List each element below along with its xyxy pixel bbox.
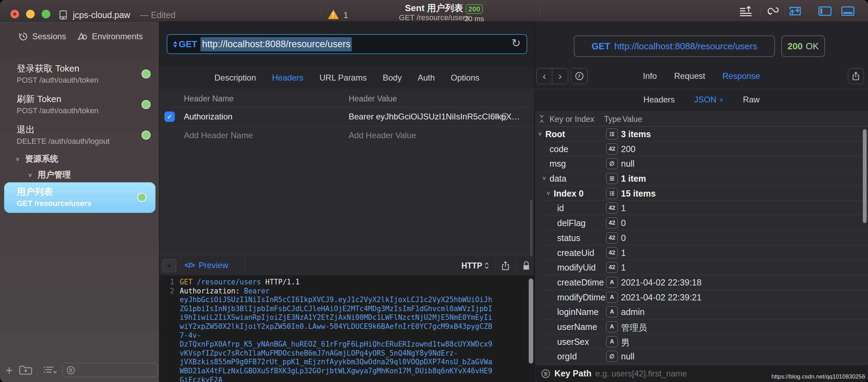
keypath-input[interactable]: Key Path e.g. users[42].first_name https… xyxy=(536,365,867,382)
tree-key: orgId xyxy=(557,351,577,362)
chevron-down-icon: ∨ xyxy=(719,97,723,103)
group-resource-system[interactable]: ∨ 资源系统 xyxy=(15,151,58,167)
header-name-cell[interactable]: Authorization xyxy=(184,112,232,122)
list-item-refresh-token[interactable]: 刷新 Token POST /auth/oauth/token xyxy=(0,90,160,120)
tab-auth[interactable]: Auth xyxy=(418,73,435,83)
tab-environments[interactable]: Environments xyxy=(77,31,143,42)
type-number-icon: 42 xyxy=(606,202,618,214)
headers-scrollbar[interactable] xyxy=(530,200,533,259)
response-url-button[interactable]: GET http://localhost:8088/resource/users xyxy=(574,35,775,57)
method-dropdown[interactable]: GET xyxy=(173,39,197,50)
token-line: vKVspfIZpvc7sRchIlaMuFMDOcsheB6mJ7nAGmjL… xyxy=(180,349,458,357)
tree-scrollbar[interactable] xyxy=(863,129,867,223)
lock-icon[interactable] xyxy=(522,260,531,271)
share-icon[interactable] xyxy=(501,260,510,271)
request-title: 退出 xyxy=(17,124,35,136)
tree-row-usersex[interactable]: userSex A 男 xyxy=(535,334,868,349)
tree-row-orgid[interactable]: orgId ∅ null xyxy=(535,349,868,364)
tree-row-status[interactable]: status 42 0 xyxy=(535,231,868,246)
add-icon[interactable]: + xyxy=(6,363,13,378)
chevron-down-icon[interactable]: ∨ xyxy=(28,171,33,178)
chevron-down-icon[interactable]: ∨ xyxy=(538,131,542,137)
table-row-authorization[interactable]: ✓ Authorization Bearer eyJhbGciOiJSUzI1N… xyxy=(160,107,534,126)
tree-value: null xyxy=(621,159,635,169)
table-row-add-header[interactable]: Add Header Name Add Header Value xyxy=(160,126,534,145)
tab-response[interactable]: Response xyxy=(723,71,760,81)
type-string-icon: A xyxy=(606,277,618,288)
toolbar-divider xyxy=(37,364,38,376)
disclosure-icon[interactable]: ▼ xyxy=(162,259,176,272)
tree-row-createuid[interactable]: createUid 42 1 xyxy=(535,246,868,260)
subtab-headers[interactable]: Headers xyxy=(643,95,675,105)
tree-key: Root xyxy=(545,129,565,139)
tab-description[interactable]: Description xyxy=(214,73,256,83)
tree-key: loginName xyxy=(557,307,599,317)
code-scrollbar[interactable] xyxy=(529,279,533,364)
format-dropdown[interactable]: HTTP xyxy=(461,261,489,271)
tree-row-id[interactable]: id 42 1 xyxy=(535,201,868,216)
filter-input[interactable] xyxy=(62,363,158,377)
token-line: ZG1pbiIsInNjb3BlIjpbImFsbCJdLCJleHAiOjE2… xyxy=(180,305,492,313)
header-enabled-checkbox[interactable]: ✓ xyxy=(164,111,175,122)
tab-preview[interactable]: </> Preview xyxy=(185,260,228,270)
zoom-window-button[interactable] xyxy=(42,10,50,18)
tree-row-loginname[interactable]: loginName A admin xyxy=(535,305,868,319)
add-header-name-placeholder[interactable]: Add Header Name xyxy=(184,131,253,140)
subtab-json[interactable]: JSON ∨ xyxy=(694,95,723,105)
titlebar-separator xyxy=(785,6,785,17)
panel-left-icon[interactable] xyxy=(818,6,832,17)
chevron-down-icon[interactable]: ∨ xyxy=(546,190,551,196)
tree-key: modifyDtime xyxy=(557,292,605,302)
refresh-icon[interactable]: ↻ xyxy=(511,36,521,50)
tab-request[interactable]: Request xyxy=(674,71,705,81)
list-options-icon[interactable] xyxy=(42,365,58,376)
sync-icon[interactable] xyxy=(766,6,780,17)
preview-toolbar: ▼ </> Preview HTTP xyxy=(160,256,534,276)
status-dot-green xyxy=(137,193,146,202)
request-tabs: Description Headers URL Params Body Auth… xyxy=(160,67,534,89)
chevron-down-icon[interactable]: ∨ xyxy=(15,155,20,162)
token-line: 7-4v- xyxy=(180,331,201,340)
url-input[interactable]: GET http://localhost:8088/resource/users… xyxy=(167,34,527,54)
tree-row-root[interactable]: ∨ Root 3 items xyxy=(535,127,868,142)
tree-row-username[interactable]: userName A 管理员 xyxy=(535,319,868,334)
tree-row-index-0[interactable]: ∨ Index 0 15 items xyxy=(535,186,868,201)
response-subtabs: Headers JSON ∨ Raw xyxy=(535,91,868,108)
list-item-logout[interactable]: 退出 DELETE /auth/oauth/logout xyxy=(0,120,160,151)
panel-bottom-icon[interactable] xyxy=(841,6,855,17)
type-null-icon: ∅ xyxy=(606,158,618,169)
tree-row-data[interactable]: ∨ data 1 item xyxy=(535,171,868,186)
tree-row-delflag[interactable]: delFlag 42 0 xyxy=(535,216,868,231)
group-user-management[interactable]: ∨ 用户管理 xyxy=(28,167,71,183)
close-window-button[interactable] xyxy=(10,10,19,18)
tree-row-modifyuid[interactable]: modifyUid 42 1 xyxy=(535,260,868,275)
export-icon[interactable] xyxy=(739,6,754,17)
group-label: 资源系统 xyxy=(25,153,58,164)
minimize-window-button[interactable] xyxy=(26,10,35,18)
tree-row-modifydtime[interactable]: modifyDtime A 2021-04-02 22:39:21 xyxy=(535,290,868,305)
tree-row-msg[interactable]: msg ∅ null xyxy=(535,156,868,171)
list-item-user-list-selected[interactable]: 用户列表 GET /resource/users xyxy=(4,182,155,213)
tab-headers[interactable]: Headers xyxy=(272,73,304,83)
list-item-login-token[interactable]: 登录获取 Token POST /auth/oauth/token xyxy=(0,59,160,90)
json-tree-rows: ∨ Root 3 items code 42 200 msg ∅ null xyxy=(535,127,868,364)
collapse-all-icon[interactable] xyxy=(538,115,547,123)
hamburger-icon[interactable]: ≡ xyxy=(493,111,498,122)
tab-url-params[interactable]: URL Params xyxy=(320,73,367,83)
new-folder-icon[interactable] xyxy=(19,365,33,376)
share-response-button[interactable] xyxy=(848,68,864,84)
tab-body[interactable]: Body xyxy=(383,73,402,83)
add-header-value-placeholder[interactable]: Add Header Value xyxy=(349,131,416,140)
tab-options[interactable]: Options xyxy=(451,73,479,83)
chevron-down-icon[interactable]: ∨ xyxy=(542,175,546,182)
tree-key: msg xyxy=(550,159,566,169)
tab-sessions[interactable]: Sessions xyxy=(18,31,66,42)
circle-minus-icon[interactable] xyxy=(500,112,509,121)
tree-row-code[interactable]: code 42 200 xyxy=(535,142,868,157)
http-preview-code[interactable]: 1GET /resource/users HTTP/1.1 2Authoriza… xyxy=(160,276,534,382)
transfer-icon[interactable] xyxy=(788,6,802,17)
subtab-raw[interactable]: Raw xyxy=(743,95,760,105)
type-string-icon: A xyxy=(606,306,618,317)
tab-info[interactable]: Info xyxy=(643,71,657,81)
tree-row-createdtime[interactable]: createDtime A 2021-04-02 22:39:18 xyxy=(535,275,868,290)
